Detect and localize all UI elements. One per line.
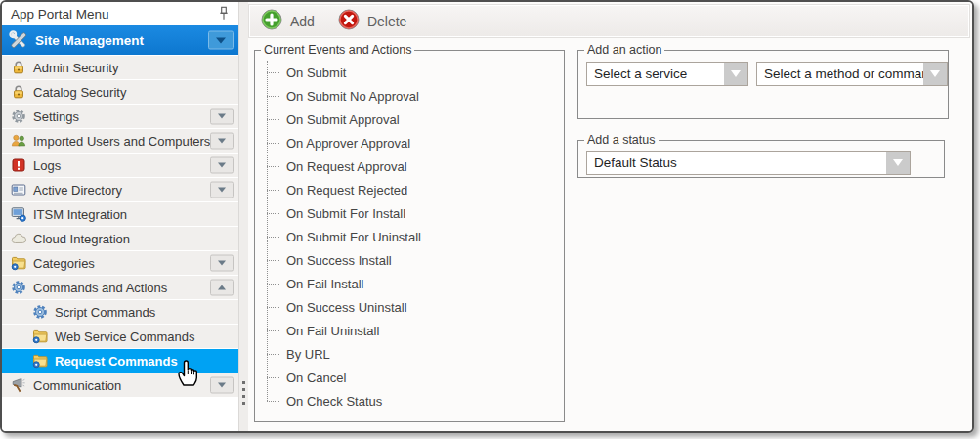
delete-button[interactable]: Delete [338,9,406,33]
tree-connector-icon [267,401,279,402]
sidebar-item-label: Categories [33,256,95,271]
chevron-down-icon [930,70,940,77]
method-dropdown[interactable]: Select a method or command [756,62,948,86]
tree-connector-icon [267,213,279,214]
tree-item-on-success-install[interactable]: On Success Install [263,248,564,272]
service-dropdown[interactable]: Select a service [586,62,748,86]
tree-item-on-approver-approval[interactable]: On Approver Approval [263,131,564,154]
sidebar-item-admin-security[interactable]: Admin Security [2,56,238,79]
folder-gear-icon [11,255,26,271]
sidebar-title: App Portal Menu [11,7,109,22]
add-button-label: Add [290,14,315,29]
directory-card-icon [11,182,26,198]
sidebar-item-label: Request Commands [55,354,178,369]
sidebar-header: App Portal Menu [2,2,238,25]
sidebar-item-imported-users-and-computers[interactable]: Imported Users and Computers [2,129,238,153]
tree-item-on-request-approval[interactable]: On Request Approval [263,154,564,178]
tree-connector-icon [267,72,279,73]
tree-item-label: On Submit Approval [286,112,400,127]
method-dropdown-button[interactable] [923,63,947,85]
folder-gear-icon [32,353,48,369]
tree-item-on-cancel[interactable]: On Cancel [263,366,564,389]
expand-arrow-button[interactable] [210,109,234,125]
sidebar-item-label: Communication [33,378,121,393]
tree-connector-icon [267,354,279,355]
sidebar-item-web-service-commands[interactable]: Web Service Commands [2,325,238,348]
status-dropdown-value: Default Status [587,152,886,174]
cloud-icon [11,231,26,246]
tree-connector-icon [267,260,279,261]
expand-arrow-button[interactable] [210,133,234,150]
app-window: App Portal Menu Site Management Admin Se… [0,0,974,433]
chevron-down-icon [731,70,741,77]
delete-button-label: Delete [367,14,406,29]
tree-item-on-fail-install[interactable]: On Fail Install [263,272,564,295]
status-dropdown-button[interactable] [886,152,910,174]
add-action-legend: Add an action [584,43,664,57]
tree-item-on-success-uninstall[interactable]: On Success Uninstall [263,295,564,319]
sidebar-item-categories[interactable]: Categories [2,251,238,275]
gear-gray-icon [11,109,26,124]
add-icon [261,9,282,33]
tree-item-on-submit-no-approval[interactable]: On Submit No Approval [263,84,564,108]
tree-item-on-request-rejected[interactable]: On Request Rejected [263,178,564,201]
add-action-panel: Add an action Select a service Select a … [577,43,949,119]
tree-item-label: On Cancel [286,371,346,385]
sidebar-item-label: ITSM Integration [33,207,127,222]
main-panel: Add Delete Current Events and Actions On… [248,2,972,431]
tree-connector-icon [267,119,279,120]
tree-item-on-submit-approval[interactable]: On Submit Approval [263,108,564,131]
tree-item-on-submit-for-uninstall[interactable]: On Submit For Uninstall [263,225,564,248]
expand-arrow-button[interactable] [208,31,234,50]
expand-arrow-button[interactable] [210,280,234,296]
tree-connector-icon [267,96,279,97]
gear-blue-icon [32,304,48,320]
sidebar-item-catalog-security[interactable]: Catalog Security [2,80,238,104]
sidebar-item-label: Settings [33,110,79,124]
tree-item-label: On Fail Uninstall [286,324,379,338]
tree-item-on-fail-uninstall[interactable]: On Fail Uninstall [263,319,564,342]
sidebar-item-script-commands[interactable]: Script Commands [2,300,238,324]
expand-arrow-button[interactable] [210,255,234,272]
expand-arrow-button[interactable] [210,157,234,174]
sidebar: App Portal Menu Site Management Admin Se… [2,2,238,431]
expand-arrow-button[interactable] [210,182,234,198]
expand-arrow-button[interactable] [210,377,234,394]
add-button[interactable]: Add [261,9,315,33]
tree-item-on-submit[interactable]: On Submit [263,61,564,84]
sidebar-item-label: Active Directory [33,183,122,198]
events-tree: On Submit On Submit No Approval On Submi… [263,61,564,413]
tree-item-label: On Check Status [286,394,382,409]
sidebar-item-request-commands[interactable]: Request Commands [2,349,238,373]
splitter-grip-icon [242,381,245,409]
sidebar-item-label: Site Management [35,33,144,48]
add-status-panel: Add a status Default Status [577,133,945,178]
monitor-gear-icon [11,206,26,222]
sidebar-item-commands-and-actions[interactable]: Commands and Actions [2,276,238,299]
tools-icon [9,30,28,50]
status-dropdown[interactable]: Default Status [586,151,911,175]
sidebar-item-settings[interactable]: Settings [2,105,238,128]
lock-icon [11,60,26,75]
tree-item-label: On Submit For Uninstall [286,230,421,244]
tree-item-on-submit-for-install[interactable]: On Submit For Install [263,201,564,225]
sidebar-item-site-management[interactable]: Site Management [2,25,238,55]
tree-item-by-url[interactable]: By URL [263,342,564,366]
tree-item-label: On Success Uninstall [286,300,407,315]
sidebar-item-cloud-integration[interactable]: Cloud Integration [2,227,238,250]
tree-connector-icon [267,307,279,308]
service-dropdown-button[interactable] [724,63,747,85]
sidebar-item-logs[interactable]: Logs [2,154,238,177]
tree-item-label: On Submit No Approval [286,89,419,104]
sidebar-item-communication[interactable]: Communication [2,373,238,397]
gear-blue-icon [11,280,26,295]
megaphone-icon [11,377,26,393]
pin-icon[interactable] [217,6,231,22]
tree-item-label: On Submit [286,66,346,80]
sidebar-item-itsm-integration[interactable]: ITSM Integration [2,202,238,226]
users-icon [11,133,26,149]
tree-item-on-check-status[interactable]: On Check Status [263,389,564,413]
tree-connector-icon [267,166,279,167]
sidebar-item-active-directory[interactable]: Active Directory [2,178,238,201]
sidebar-item-label: Cloud Integration [33,232,130,246]
